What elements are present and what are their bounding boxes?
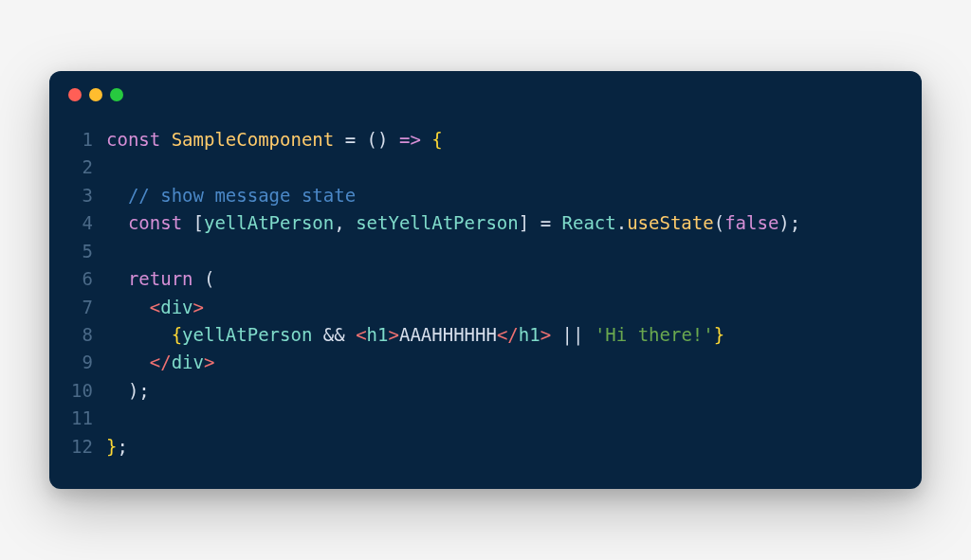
code-content: const [yellAtPerson, setYellAtPerson] = … <box>106 209 800 237</box>
token-punct: ( <box>367 129 377 150</box>
token-varname: yellAtPerson <box>182 324 312 345</box>
token-punct: [ <box>182 212 204 233</box>
token-funcname: SampleComponent <box>172 129 335 150</box>
line-number: 7 <box>68 294 106 321</box>
token-punct: || <box>551 324 595 345</box>
window-titlebar <box>49 71 922 109</box>
token-punct <box>106 352 150 372</box>
line-number: 2 <box>68 154 106 181</box>
line-number: 9 <box>68 349 106 376</box>
token-punct: ; <box>117 436 127 457</box>
minimize-icon[interactable] <box>89 88 102 101</box>
line-number: 6 <box>68 265 106 293</box>
token-varname: yellAtPerson <box>204 212 334 233</box>
code-area[interactable]: 1const SampleComponent = () => {2 3 // s… <box>49 109 922 489</box>
token-punct <box>334 129 344 150</box>
token-punct: ) <box>377 129 388 150</box>
code-content <box>106 405 117 432</box>
token-method: useState <box>627 212 714 233</box>
code-line: 2 <box>68 154 903 181</box>
token-string: 'Hi there!' <box>595 324 714 345</box>
token-punct <box>389 129 399 150</box>
token-punct <box>421 129 431 150</box>
token-react: React <box>562 212 616 233</box>
token-punct: && <box>312 324 356 345</box>
line-number: 4 <box>68 209 106 237</box>
token-brace: } <box>106 436 117 457</box>
token-varname: setYellAtPerson <box>356 212 519 233</box>
token-tagname: div <box>172 352 204 372</box>
token-keyword: => <box>399 129 421 150</box>
code-line: 3 // show message state <box>68 182 903 209</box>
code-content: {yellAtPerson && <h1>AAAHHHHHH</h1> || '… <box>106 321 724 349</box>
line-number: 5 <box>68 238 106 265</box>
token-brace: { <box>172 324 182 345</box>
token-punct: ] = <box>519 212 562 233</box>
close-icon[interactable] <box>68 88 82 101</box>
code-line: 12}; <box>68 433 903 461</box>
code-content: <div> <box>106 294 204 321</box>
code-line: 6 return ( <box>68 265 903 293</box>
token-punct <box>356 129 366 150</box>
code-content: </div> <box>106 349 214 376</box>
code-editor-window: 1const SampleComponent = () => {2 3 // s… <box>49 71 922 489</box>
token-keyword: return <box>128 268 193 289</box>
token-punct <box>160 129 171 150</box>
code-line: 7 <div> <box>68 294 903 321</box>
token-tag: > <box>540 324 551 345</box>
line-number: 1 <box>68 126 106 154</box>
code-content <box>106 238 117 265</box>
token-tag: < <box>356 324 366 345</box>
token-punct <box>106 268 128 289</box>
token-tag: </ <box>497 324 519 345</box>
code-content: return ( <box>106 265 214 293</box>
token-punct: , <box>334 212 356 233</box>
token-tag: > <box>204 352 214 372</box>
token-punct <box>106 212 128 233</box>
line-number: 8 <box>68 321 106 349</box>
maximize-icon[interactable] <box>110 88 123 101</box>
code-content: const SampleComponent = () => { <box>106 126 443 154</box>
line-number: 12 <box>68 433 106 461</box>
code-content: // show message state <box>106 182 356 209</box>
token-punct: ); <box>106 380 150 401</box>
token-punct <box>106 185 128 206</box>
code-line: 4 const [yellAtPerson, setYellAtPerson] … <box>68 209 903 237</box>
line-number: 10 <box>68 377 106 405</box>
token-punct: = <box>345 129 356 150</box>
token-tagname: h1 <box>519 324 540 345</box>
token-text: AAAHHHHHH <box>399 324 497 345</box>
token-punct: ( <box>193 268 215 289</box>
token-punct: ); <box>779 212 800 233</box>
code-line: 9 </div> <box>68 349 903 376</box>
token-tag: < <box>150 297 160 317</box>
token-brace: } <box>714 324 724 345</box>
code-line: 5 <box>68 238 903 265</box>
line-number: 11 <box>68 405 106 432</box>
token-tag: </ <box>150 352 172 372</box>
code-line: 8 {yellAtPerson && <h1>AAAHHHHHH</h1> ||… <box>68 321 903 349</box>
line-number: 3 <box>68 182 106 209</box>
token-brace: { <box>431 129 442 150</box>
token-tagname: h1 <box>367 324 389 345</box>
token-tag: > <box>388 324 398 345</box>
token-punct <box>106 297 150 317</box>
code-content: }; <box>106 433 128 461</box>
token-punct: . <box>616 212 627 233</box>
token-tag: > <box>193 297 204 317</box>
token-keyword: const <box>128 212 182 233</box>
token-boolean: false <box>724 212 779 233</box>
code-line: 11 <box>68 405 903 432</box>
token-punct: ( <box>714 212 724 233</box>
token-punct <box>106 324 172 345</box>
token-keyword: const <box>106 129 160 150</box>
code-line: 10 ); <box>68 377 903 405</box>
code-line: 1const SampleComponent = () => { <box>68 126 903 154</box>
token-comment: // show message state <box>128 185 356 206</box>
code-content <box>106 154 117 181</box>
token-tagname: div <box>160 297 192 317</box>
code-content: ); <box>106 377 150 405</box>
